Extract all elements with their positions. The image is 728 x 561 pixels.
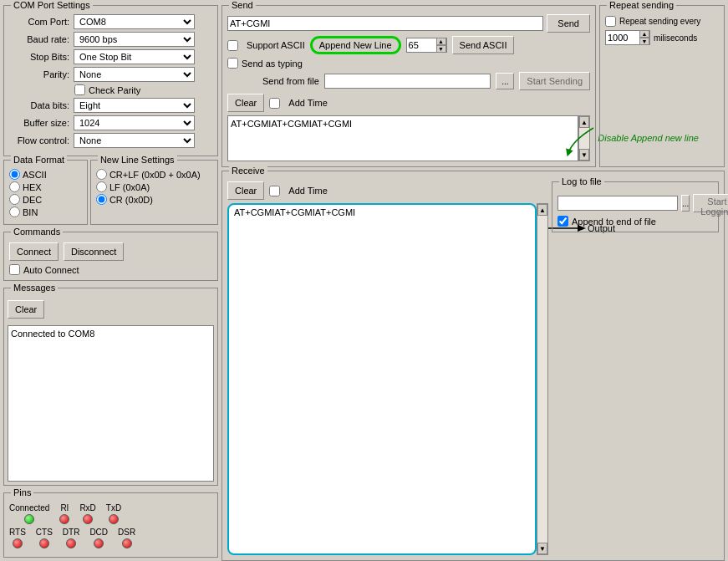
new-line-label: New Line Settings (98, 155, 177, 165)
cr-label: CR (0x0D) (109, 195, 153, 205)
messages-content: Connected to COM8 (8, 325, 214, 482)
send-button[interactable]: Send (547, 14, 590, 33)
receive-scrollbar[interactable]: ▲ ▼ (537, 203, 548, 555)
send-add-time-checkbox[interactable] (269, 98, 280, 109)
receive-clear-button[interactable]: Clear (227, 181, 264, 200)
led-dtr (66, 538, 76, 548)
crlf-label: CR+LF (0x0D + 0x0A) (109, 170, 201, 180)
log-file-browse-button[interactable]: ... (681, 195, 690, 212)
send-add-time-label: Add Time (288, 98, 327, 108)
ascii-label: ASCII (23, 170, 47, 180)
auto-connect-label: Auto Connect (23, 265, 79, 275)
send-clear-button[interactable]: Clear (227, 94, 264, 112)
pin-dcd: DCD (89, 528, 108, 548)
messages-section-label: Messages (11, 283, 58, 293)
send-file-browse-button[interactable]: ... (496, 73, 514, 89)
flow-control-label: Flow control: (9, 135, 69, 145)
led-txd (109, 514, 119, 524)
repeat-spin-up[interactable]: ▲ (639, 30, 649, 38)
data-bits-label: Data bits: (9, 100, 69, 110)
pin-cts: CTS (36, 528, 53, 548)
led-cts (39, 538, 49, 548)
milliseconds-label: miliseconds (654, 33, 697, 43)
ascii-spin-up[interactable]: ▲ (436, 38, 446, 45)
receive-text-area[interactable]: AT+CGMIAT+CGMIAT+CGMI (227, 203, 537, 555)
send-section-label: Send (229, 0, 256, 10)
stop-bits-select[interactable]: One Stop Bit (74, 49, 195, 64)
append-new-line-button[interactable]: Append New Line (310, 36, 401, 54)
send-file-input[interactable] (324, 74, 491, 89)
crlf-radio[interactable] (96, 169, 107, 180)
ascii-value-input-wrap: ▲ ▼ (406, 38, 447, 53)
send-input[interactable] (227, 16, 543, 31)
append-end-of-file-checkbox[interactable] (557, 216, 568, 227)
log-file-input[interactable] (557, 196, 678, 211)
led-ri (59, 514, 69, 524)
hex-label: HEX (23, 182, 42, 192)
repeat-sending-checkbox[interactable] (605, 16, 616, 27)
check-parity-label: Check Parity (89, 85, 140, 95)
repeat-sending-label: Repeat sending (607, 0, 676, 10)
receive-scroll-up[interactable]: ▲ (537, 204, 547, 216)
led-rts (13, 538, 23, 548)
check-parity-checkbox[interactable] (74, 84, 85, 95)
pin-dtr: DTR (63, 528, 80, 548)
send-as-typing-checkbox[interactable] (227, 58, 238, 69)
lf-label: LF (0x0A) (109, 182, 150, 192)
hex-radio[interactable] (9, 181, 20, 192)
dec-label: DEC (23, 195, 42, 205)
repeat-interval-wrap: ▲ ▼ (605, 30, 650, 45)
baud-rate-label: Baud rate: (9, 34, 69, 44)
repeat-every-label: Repeat sending every (619, 17, 700, 26)
ascii-spin-down[interactable]: ▼ (436, 45, 446, 53)
led-dcd (94, 538, 104, 548)
buffer-size-label: Buffer size: (9, 118, 69, 128)
commands-label: Commands (11, 227, 63, 237)
receive-add-time-checkbox[interactable] (269, 186, 280, 196)
receive-add-time-label: Add Time (288, 186, 327, 196)
pin-ri: RI (59, 503, 69, 524)
receive-scroll-track (537, 216, 547, 543)
receive-scroll-down[interactable]: ▼ (537, 543, 547, 554)
annotation-arrow (564, 124, 598, 157)
bin-radio[interactable] (9, 207, 20, 217)
send-as-typing-label: Send as typing (242, 59, 303, 69)
send-text-content: AT+CGMIAT+CGMIAT+CGMI (231, 119, 352, 129)
connect-button[interactable]: Connect (9, 242, 59, 261)
led-dsr (122, 538, 132, 548)
parity-select[interactable]: None (74, 67, 195, 82)
ascii-value-input[interactable] (407, 38, 436, 52)
append-end-label: Append to end of file (572, 217, 656, 227)
send-ascii-button[interactable]: Send ASCII (452, 36, 515, 54)
buffer-size-select[interactable]: 1024 (74, 115, 195, 130)
support-ascii-label: Support ASCII (247, 40, 305, 50)
pin-rts: RTS (9, 528, 26, 548)
data-format-label: Data Format (11, 155, 67, 165)
baud-rate-select[interactable]: 9600 bps (74, 32, 195, 47)
com-port-section-label: COM Port Settings (11, 0, 93, 10)
data-bits-select[interactable]: Eight (74, 98, 195, 113)
start-sending-button[interactable]: Start Sending (519, 72, 590, 90)
repeat-interval-input[interactable] (606, 31, 639, 44)
start-logging-button[interactable]: Start Logging (693, 194, 728, 212)
pin-rxd: RxD (79, 503, 95, 524)
dec-radio[interactable] (9, 194, 20, 205)
repeat-spin-down[interactable]: ▼ (639, 38, 649, 45)
auto-connect-checkbox[interactable] (9, 264, 20, 275)
ascii-radio[interactable] (9, 169, 20, 180)
com-port-select[interactable]: COM8 (74, 14, 195, 29)
stop-bits-label: Stop Bits: (9, 52, 69, 62)
flow-control-select[interactable]: None (74, 133, 195, 148)
repeat-sending-section: Repeat sending Repeat sending every ▲ ▼ … (599, 5, 725, 167)
receive-text-content: AT+CGMIAT+CGMIAT+CGMI (234, 207, 355, 217)
disconnect-button[interactable]: Disconnect (64, 242, 124, 261)
messages-clear-button[interactable]: Clear (8, 300, 44, 319)
led-connected (24, 514, 34, 524)
support-ascii-checkbox[interactable] (227, 40, 238, 51)
send-text-area[interactable]: AT+CGMIAT+CGMIAT+CGMI (227, 115, 578, 161)
bin-label: BIN (23, 207, 38, 217)
receive-section-label: Receive (229, 166, 267, 176)
cr-radio[interactable] (96, 194, 107, 205)
lf-radio[interactable] (96, 181, 107, 192)
pin-connected: Connected (9, 503, 49, 524)
